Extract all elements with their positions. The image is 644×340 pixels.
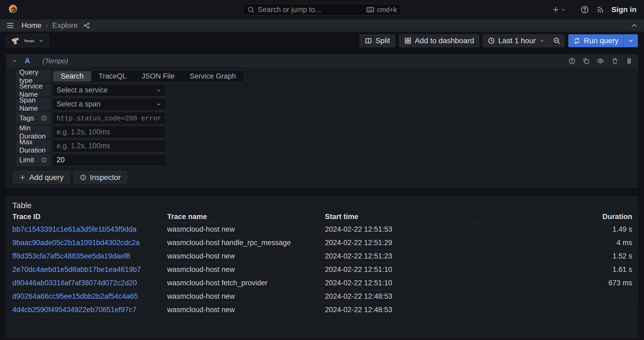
trace-id-link[interactable]: 4d4cb2590f495434922eb70851ef97c7: [12, 306, 136, 314]
global-search-input[interactable]: Search or jump to... cmd+k: [243, 4, 401, 16]
delete-query-trash-icon[interactable]: [611, 57, 619, 65]
start-time-cell: 2024-02-22 12:51:10: [322, 276, 478, 290]
query-row-header: A (Tempo): [6, 54, 638, 67]
trace-name-cell: wasmcloud-host handle_rpc_message: [164, 236, 322, 249]
run-query-label: Run query: [584, 36, 619, 45]
help-icon[interactable]: [580, 5, 589, 14]
tempo-logo-icon: [11, 36, 20, 45]
duration-cell: 673 ms: [478, 276, 634, 290]
trace-id-link[interactable]: bb7c1543391c1e61a3d5fe1b543f9dda: [12, 225, 136, 234]
duration-cell: 4 ms: [478, 236, 634, 249]
run-query-dropdown-button[interactable]: [623, 34, 638, 47]
trace-name-cell: wasmcloud-host new: [164, 223, 322, 236]
query-type-option-search[interactable]: Search: [53, 71, 91, 82]
service-name-placeholder: Select a service: [57, 86, 108, 94]
query-type-row: Query type Search TraceQL JSON File Serv…: [16, 70, 634, 83]
column-header-duration[interactable]: Duration: [478, 213, 634, 221]
share-icon[interactable]: [83, 22, 90, 29]
chevron-up-icon[interactable]: [631, 22, 638, 29]
trace-id-link[interactable]: 9baac90ade05c2b1a1091bd4302cdc2a: [12, 239, 140, 247]
time-range-picker[interactable]: Last 1 hour: [483, 35, 549, 47]
query-type-option-json-file[interactable]: JSON File: [134, 71, 182, 82]
add-query-button[interactable]: Add query: [13, 171, 70, 184]
span-name-select[interactable]: Select a span: [52, 98, 166, 110]
min-duration-row: Min Duration: [16, 126, 634, 138]
results-table-panel: Table Trace ID Trace name Start time Dur…: [6, 196, 638, 338]
news-rss-icon[interactable]: [596, 5, 605, 14]
zoom-out-time-button[interactable]: [549, 35, 564, 47]
start-time-cell: 2024-02-22 12:51:29: [322, 236, 478, 249]
query-type-option-service-graph[interactable]: Service Graph: [182, 71, 244, 82]
query-editor-panel: A (Tempo): [6, 54, 638, 188]
chevron-down-icon: [539, 38, 545, 44]
start-time-cell: 2024-02-22 12:51:10: [322, 263, 478, 276]
zoom-out-icon: [553, 37, 561, 45]
query-help-icon[interactable]: [568, 57, 576, 65]
topnav-divider: [573, 6, 573, 14]
search-placeholder: Search or jump to...: [258, 6, 363, 14]
collapse-query-icon[interactable]: [11, 58, 18, 64]
column-header-trace-name[interactable]: Trace name: [164, 213, 322, 221]
table-header: Trace ID Trace name Start time Duration: [10, 211, 634, 223]
chevron-down-icon: [561, 7, 566, 12]
search-shortcut: cmd+k: [366, 6, 397, 14]
add-to-dashboard-button[interactable]: Add to dashboard: [399, 34, 479, 47]
split-button[interactable]: Split: [360, 34, 395, 47]
limit-input[interactable]: [52, 154, 166, 166]
grafana-logo-icon[interactable]: [8, 4, 19, 15]
query-type-option-traceql[interactable]: TraceQL: [91, 71, 134, 82]
menu-toggle-icon[interactable]: [6, 21, 14, 30]
inspector-button[interactable]: Inspector: [74, 171, 127, 184]
max-duration-input[interactable]: [52, 140, 166, 152]
table-row: bb7c1543391c1e61a3d5fe1b543f9dda wasmclo…: [10, 223, 634, 236]
trace-id-link[interactable]: d90446ab03316af7af38074d072c2d20: [12, 279, 137, 287]
datasource-label: Tempo: [24, 39, 34, 43]
top-nav: Search or jump to... cmd+k Sign in: [0, 0, 644, 19]
query-type-radio-group: Search TraceQL JSON File Service Graph: [52, 70, 244, 83]
chevron-down-icon: [628, 38, 634, 44]
query-type-label: Query type: [16, 70, 51, 83]
breadcrumb-explore[interactable]: Explore: [52, 21, 78, 30]
table-body: bb7c1543391c1e61a3d5fe1b543f9dda wasmclo…: [10, 223, 634, 317]
service-name-select[interactable]: Select a service: [52, 84, 166, 97]
trace-id-link[interactable]: d90264a66cc95ee15dbb2b2af54c4a65: [12, 292, 138, 301]
apps-grid-icon: [404, 37, 412, 45]
start-time-cell: 2024-02-22 12:48:53: [322, 303, 478, 316]
datasource-picker[interactable]: Tempo: [6, 34, 49, 47]
new-menu-button[interactable]: [552, 6, 566, 14]
run-query-group: Run query: [568, 34, 638, 47]
table-row: 4d4cb2590f495434922eb70851ef97c7 wasmclo…: [10, 303, 634, 317]
breadcrumb: Home › Explore: [21, 21, 90, 30]
max-duration-row: Max Duration: [16, 140, 634, 152]
duration-cell: [478, 303, 634, 316]
duration-cell: 1.61 s: [478, 263, 634, 276]
query-ref-id[interactable]: A: [25, 57, 30, 65]
trace-name-cell: wasmcloud-host fetch_provider: [164, 276, 322, 290]
start-time-cell: 2024-02-22 12:51:23: [322, 250, 478, 263]
min-duration-input[interactable]: [52, 126, 166, 138]
trace-id-link[interactable]: 2e70dc4aebd1e5d8abb17be1ea4619b7: [12, 265, 141, 274]
tags-input[interactable]: [52, 112, 166, 124]
clock-icon: [488, 37, 495, 45]
min-duration-label: Min Duration: [16, 126, 51, 138]
table-row: d90264a66cc95ee15dbb2b2af54c4a65 wasmclo…: [10, 290, 634, 303]
span-name-row: Span Name Select a span: [16, 98, 634, 110]
time-range-group: Last 1 hour: [483, 34, 565, 47]
search-icon: [247, 6, 255, 13]
column-header-start-time[interactable]: Start time: [322, 213, 478, 221]
start-time-cell: 2024-02-22 12:51:53: [322, 223, 478, 236]
column-header-trace-id[interactable]: Trace ID: [10, 213, 164, 221]
trace-name-cell: wasmcloud-host new: [164, 263, 322, 276]
trace-id-link[interactable]: ff8d353cfa7af5c48835ee5da19daef8: [12, 252, 130, 260]
disable-query-eye-icon[interactable]: [597, 57, 604, 65]
sign-in-button[interactable]: Sign in: [612, 5, 636, 14]
info-icon[interactable]: [41, 157, 47, 163]
breadcrumb-home[interactable]: Home: [21, 21, 42, 30]
info-icon[interactable]: [41, 115, 47, 121]
run-query-button[interactable]: Run query: [568, 34, 623, 47]
table-row: ff8d353cfa7af5c48835ee5da19daef8 wasmclo…: [10, 250, 634, 263]
duplicate-query-icon[interactable]: [583, 57, 590, 65]
drag-handle-icon[interactable]: [625, 57, 633, 65]
split-icon: [365, 37, 372, 45]
query-datasource-hint: (Tempo): [42, 57, 68, 65]
